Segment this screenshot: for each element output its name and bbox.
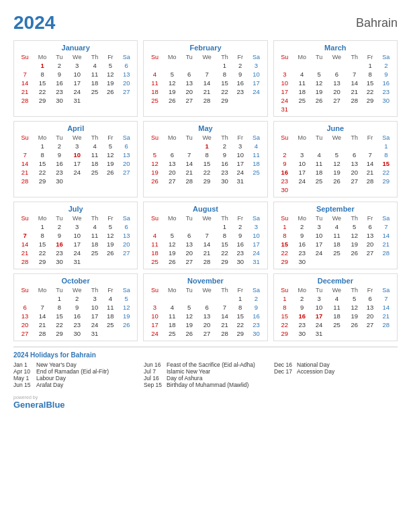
weekday-header: Mo xyxy=(293,134,312,142)
weekday-header: Sa xyxy=(248,134,264,142)
day-cell xyxy=(347,329,362,338)
day-cell: 5 xyxy=(163,231,182,240)
day-cell xyxy=(378,257,394,266)
day-cell xyxy=(146,222,163,231)
month-block-october: OctoberSuMoTuWeThFrSa1234567891011121314… xyxy=(13,273,138,341)
day-cell: 7 xyxy=(347,70,362,79)
day-cell: 4 xyxy=(248,142,264,150)
day-cell: 26 xyxy=(103,168,118,177)
day-cell: 7 xyxy=(362,150,377,159)
day-cell: 22 xyxy=(277,249,293,257)
day-cell: 27 xyxy=(362,249,377,257)
day-cell xyxy=(362,257,377,266)
cal-table: SuMoTuWeThFrSa12345678910111213141516171… xyxy=(17,53,134,105)
day-cell: 16 xyxy=(248,312,264,320)
day-cell: 12 xyxy=(146,159,163,168)
day-cell: 18 xyxy=(87,159,102,168)
day-cell: 1 xyxy=(52,294,67,303)
weekday-header: Th xyxy=(217,53,232,61)
day-cell: 3 xyxy=(277,70,293,79)
day-cell: 26 xyxy=(103,87,118,96)
list-item: Apr 10End of Ramadan (Eid al-Fitr) xyxy=(13,368,137,375)
day-cell: 28 xyxy=(197,96,216,105)
day-cell: 7 xyxy=(378,222,394,231)
month-block-july: JulySuMoTuWeThFrSa1234567891011121314151… xyxy=(13,202,138,269)
day-cell: 27 xyxy=(118,87,134,96)
day-cell: 29 xyxy=(378,177,394,185)
day-cell xyxy=(163,142,182,150)
holiday-column: Jun 16Feast of the Sacrifice (Eid al-Adh… xyxy=(144,361,267,388)
weekday-header: Tu xyxy=(311,286,326,294)
weekday-header: Fr xyxy=(103,134,118,142)
day-cell xyxy=(87,177,102,185)
day-cell: 12 xyxy=(103,150,118,159)
day-cell xyxy=(67,177,87,185)
weekday-header: Su xyxy=(277,53,293,61)
day-cell: 11 xyxy=(293,79,312,87)
day-cell: 17 xyxy=(67,240,87,249)
brand-general: General xyxy=(13,400,46,410)
weekday-header: We xyxy=(67,286,87,294)
day-cell: 7 xyxy=(17,70,33,79)
day-cell: 13 xyxy=(197,312,216,320)
cal-table: SuMoTuWeThFrSa12345678910111213141516171… xyxy=(146,53,264,105)
day-cell: 18 xyxy=(87,79,102,87)
day-cell: 13 xyxy=(118,231,134,240)
month-block-september: SeptemberSuMoTuWeThFrSa12345678910111213… xyxy=(273,202,398,269)
day-cell: 7 xyxy=(197,70,216,79)
weekday-header: Su xyxy=(277,214,293,222)
day-cell: 30 xyxy=(293,329,312,338)
day-cell xyxy=(347,257,362,266)
day-cell: 3 xyxy=(146,303,163,312)
day-cell: 18 xyxy=(163,320,182,329)
day-cell: 7 xyxy=(33,303,52,312)
day-cell: 5 xyxy=(347,294,362,303)
day-cell: 17 xyxy=(248,79,264,87)
footer-brand: GeneralBlue xyxy=(13,400,65,410)
weekday-header: Fr xyxy=(232,53,248,61)
day-cell: 25 xyxy=(327,320,347,329)
day-cell: 14 xyxy=(197,240,216,249)
day-cell: 14 xyxy=(17,159,33,168)
weekday-header: Su xyxy=(146,286,163,294)
weekday-header: Th xyxy=(347,53,362,61)
weekday-header: Fr xyxy=(103,286,118,294)
day-cell: 14 xyxy=(197,79,216,87)
list-item: Dec 16National Day xyxy=(274,361,398,368)
weekday-header: Mo xyxy=(33,134,52,142)
day-cell: 17 xyxy=(232,159,248,168)
weekday-header: Sa xyxy=(378,53,394,61)
weekday-header: Th xyxy=(87,134,102,142)
day-cell: 23 xyxy=(378,87,394,96)
day-cell xyxy=(362,142,377,150)
day-cell xyxy=(378,105,394,114)
day-cell: 25 xyxy=(87,249,102,257)
day-cell: 21 xyxy=(17,249,33,257)
weekday-header: Su xyxy=(146,214,163,222)
list-item: May 1Labour Day xyxy=(13,375,137,382)
month-block-january: JanuarySuMoTuWeThFrSa1234567891011121314… xyxy=(13,40,138,117)
day-cell xyxy=(146,142,163,150)
day-cell: 12 xyxy=(103,70,118,79)
day-cell: 16 xyxy=(232,79,248,87)
day-cell: 6 xyxy=(181,231,197,240)
weekday-header: Sa xyxy=(248,214,264,222)
day-cell: 19 xyxy=(311,87,326,96)
day-cell: 9 xyxy=(52,231,67,240)
day-cell xyxy=(378,185,394,194)
header: 2024 Bahrain xyxy=(13,12,398,34)
day-cell xyxy=(118,257,134,266)
day-cell: 21 xyxy=(378,312,394,320)
day-cell: 25 xyxy=(163,329,182,338)
day-cell: 6 xyxy=(163,150,182,159)
day-cell: 10 xyxy=(67,70,87,79)
day-cell: 28 xyxy=(347,96,362,105)
day-cell: 29 xyxy=(197,177,216,185)
day-cell xyxy=(311,185,326,194)
calendars-grid: JanuarySuMoTuWeThFrSa1234567891011121314… xyxy=(13,40,398,341)
day-cell: 8 xyxy=(217,231,232,240)
country: Bahrain xyxy=(356,16,398,30)
month-block-june: JuneSuMoTuWeThFrSa1234567891011121314151… xyxy=(273,121,398,197)
day-cell: 7 xyxy=(197,231,216,240)
day-cell: 18 xyxy=(87,240,102,249)
